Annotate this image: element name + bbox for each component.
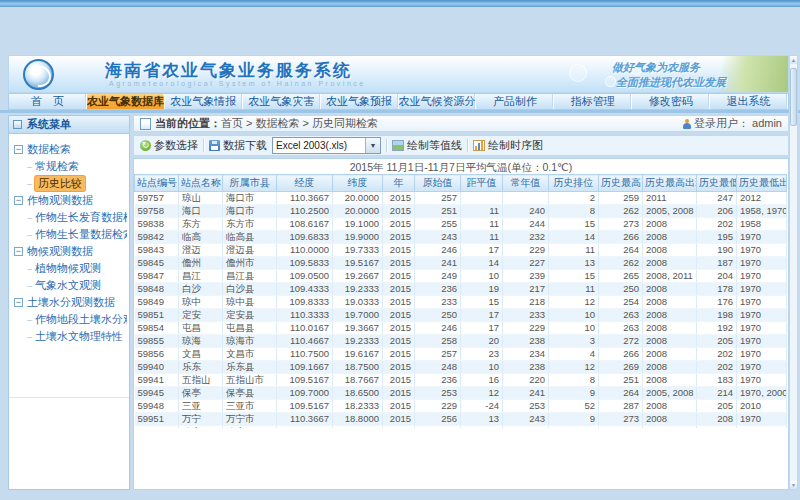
cell: 12 [461,387,503,400]
tree-connector: – [27,213,32,223]
table-row: 59951万宁万宁市110.366718.8000201525613243927… [135,413,787,426]
nav-tab-3[interactable]: 农业气象灾害 [243,94,321,109]
sidebar-item-2-0[interactable]: –植物物候观测 [14,260,127,277]
cell: 253 [503,400,549,413]
cell: 59757 [135,192,179,205]
cell: 249 [415,270,461,283]
collapse-icon[interactable]: − [14,145,23,154]
cell: 2015 [383,387,415,400]
cell: 59758 [135,205,179,218]
nav-tab-7[interactable]: 指标管理 [554,94,632,109]
sidebar-tree: −数据检索–常规检索–历史比较−作物观测数据–作物生长发育数据检索–作物生长量数… [9,134,129,345]
cell: 243 [415,231,461,244]
scrollbar-thumb[interactable] [790,68,797,126]
cell: 110.7500 [277,348,333,361]
cell: 海口 [179,205,223,218]
table-title: 2015年 11月1日-11月7日平均气温(单位：0.1℃) [134,159,788,174]
cell: 258 [415,335,461,348]
cell: 276 [599,426,643,429]
sidebar-group-0[interactable]: −数据检索 [14,141,127,158]
scroll-up-icon[interactable]: ▲ [790,56,797,64]
nav-tab-8[interactable]: 修改密码 [632,94,710,109]
sidebar-item-3-0[interactable]: –作物地段土壤水分观测 [14,311,127,328]
cell: 10 [461,361,503,374]
cell: 12 [549,296,599,309]
collapse-icon[interactable]: − [14,247,23,256]
sidebar-group-label: 物候观测数据 [27,244,93,259]
cell: 2008 [643,309,697,322]
cell: 11 [549,244,599,257]
nav-tab-6[interactable]: 产品制作 [476,94,554,109]
cell: 1970 [737,309,787,322]
cell: 246 [415,322,461,335]
nav-tab-9[interactable]: 退出系统 [710,94,788,109]
scroll-down-icon[interactable]: ▼ [790,481,797,489]
cell: 乐东 [179,361,223,374]
cell: 2015 [383,413,415,426]
cell: 临高 [179,231,223,244]
sidebar-item-0-1[interactable]: –历史比较 [14,175,127,192]
export-format-value: Excel 2003(.xls) [273,138,365,153]
sidebar-item-label: 作物生长量数据检索 [35,227,127,242]
toolbar-separator [203,139,204,152]
parameter-select-button[interactable]: ↻ 参数选择 [140,138,198,153]
column-header: 原始值 [415,175,461,192]
collapse-icon[interactable]: − [14,298,23,307]
cell: 229 [415,400,461,413]
nav-tab-5[interactable]: 农业气候资源分析 [399,94,477,109]
column-header: 历史最低出现年份 [737,175,787,192]
sidebar-item-0-0[interactable]: –常规检索 [14,158,127,175]
page-scrollbar[interactable]: ▲ ▼ [789,55,798,490]
table-row: 59940乐东乐东县109.166718.7500201524810238122… [135,361,787,374]
cell: 17 [461,322,503,335]
cell: 2015 [383,335,415,348]
cell: 1970 [737,322,787,335]
sidebar-group-label: 土壤水分观测数据 [27,295,115,310]
cell: 190 [697,244,737,257]
table-row: 59838东方东方市108.616719.1000201525511244152… [135,218,787,231]
cell: 文昌 [179,348,223,361]
cell: 9 [549,413,599,426]
cell: 1970 [737,283,787,296]
nav-tab-0[interactable]: 首 页 [9,94,87,109]
table-row: 59845儋州儋州市109.583319.5167201524114227132… [135,257,787,270]
draw-timeseries-button[interactable]: 绘制时序图 [473,138,543,153]
cell: 五指山市 [223,374,277,387]
cell: 59854 [135,322,179,335]
cell: 1970, 2000 [737,387,787,400]
sidebar-group-1[interactable]: −作物观测数据 [14,192,127,209]
data-download-button[interactable]: 数据下载 [209,138,267,153]
cell: 2008 [643,283,697,296]
sidebar-item-1-0[interactable]: –作物生长发育数据检索 [14,209,127,226]
column-header: 历史最高 [599,175,643,192]
nav-tab-1[interactable]: 农业气象数据库 [87,94,165,109]
export-format-select[interactable]: Excel 2003(.xls) ▼ [272,137,381,154]
nav-tab-2[interactable]: 农业气象情报 [165,94,243,109]
cell: 259 [415,426,461,429]
sidebar-group-3[interactable]: −土壤水分观测数据 [14,294,127,311]
cell: 2015 [383,244,415,257]
cell: 59941 [135,374,179,387]
cell: 2015 [383,322,415,335]
tree-connector: – [27,162,32,172]
breadcrumb-path: 首页 > 数据检索 > 历史同期检索 [221,116,378,131]
cell: 2008 [643,296,697,309]
sidebar-item-1-1[interactable]: –作物生长量数据检索 [14,226,127,243]
draw-contour-button[interactable]: 绘制等值线 [392,138,462,153]
column-header: 纬度 [333,175,383,192]
parameter-icon: ↻ [140,140,151,151]
sidebar-group-2[interactable]: −物候观测数据 [14,243,127,260]
cell: 2008 [643,322,697,335]
cell: 202 [697,218,737,231]
table-row: 59856文昌文昌市110.750019.6167201525723234426… [135,348,787,361]
cell: 256 [415,413,461,426]
sidebar-item-3-1[interactable]: –土壤水文物理特性 [14,328,127,345]
sidebar-item-2-1[interactable]: –气象水文观测 [14,277,127,294]
cell: 五指山 [179,374,223,387]
cell: 定安 [179,309,223,322]
collapse-icon[interactable]: − [14,196,23,205]
nav-tab-4[interactable]: 农业气象预报 [321,94,399,109]
cell: 250 [599,283,643,296]
cell [461,192,503,205]
cell: 208 [697,413,737,426]
